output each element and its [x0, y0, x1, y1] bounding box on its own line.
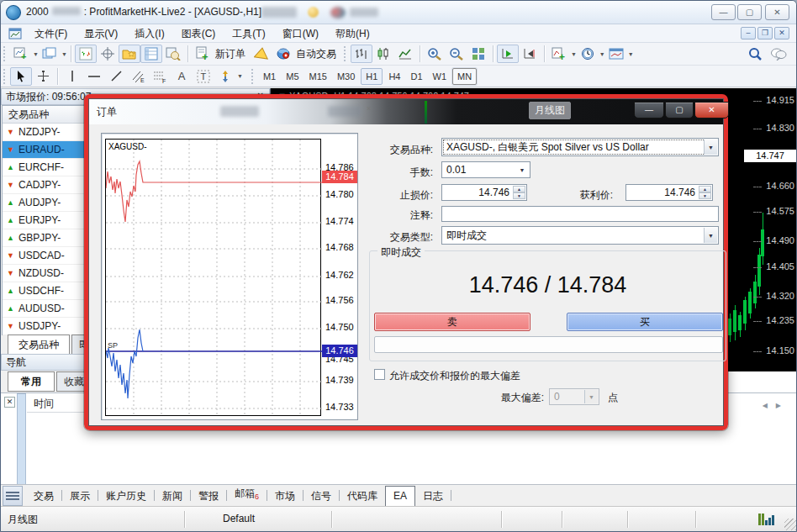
spin-up-icon[interactable]: ▲ [699, 186, 711, 192]
bar-chart-button[interactable] [351, 45, 372, 63]
timeframe-mn-button[interactable]: MN [452, 68, 477, 85]
sell-button[interactable]: 卖 [374, 313, 530, 331]
cursor-tool-button[interactable] [10, 67, 32, 86]
timeframe-m1-button[interactable]: M1 [259, 68, 280, 85]
fibonacci-tool-button[interactable]: F [149, 67, 171, 86]
symbol-combobox[interactable]: XAGUSD-, 白银美元 Spot Silver vs US Dollar▼ [441, 138, 719, 156]
maximize-button[interactable]: ▢ [737, 4, 762, 20]
line-chart-button[interactable] [394, 45, 416, 63]
new-chart-button[interactable]: + [10, 45, 32, 63]
arrows-dropdown[interactable]: ▼ [237, 73, 243, 79]
auto-trading-button[interactable]: 自动交易 [296, 47, 336, 61]
scroll-right-icon[interactable]: ▶ [776, 402, 781, 409]
profiles-dropdown[interactable]: ▼ [61, 51, 67, 57]
tab-code-base[interactable]: 代码库 [340, 486, 385, 506]
profiles-button[interactable] [39, 45, 61, 63]
volume-combobox[interactable]: 0.01▼ [441, 161, 530, 178]
menu-insert[interactable]: 插入(I) [126, 24, 172, 43]
periods-button[interactable] [577, 45, 599, 63]
child-close-button[interactable]: ✕ [774, 27, 789, 40]
toolbar-grip[interactable] [3, 46, 8, 61]
tab-symbols[interactable]: 交易品种 [8, 334, 70, 354]
menu-help[interactable]: 帮助(H) [327, 24, 378, 43]
indicators-dropdown[interactable]: ▼ [571, 51, 577, 57]
market-watch-toggle-button[interactable] [75, 45, 97, 63]
tab-common[interactable]: 常用 [8, 371, 55, 392]
data-window-button[interactable] [140, 45, 162, 63]
risk-warning-icon[interactable] [251, 45, 272, 63]
arrows-tool-button[interactable] [214, 67, 236, 86]
tab-signals[interactable]: 信号 [303, 486, 339, 506]
tab-journal[interactable]: 日志 [415, 486, 451, 506]
comment-input[interactable] [441, 206, 719, 222]
tab-market[interactable]: 市场 [267, 486, 303, 506]
tab-account-history[interactable]: 账户历史 [98, 486, 154, 506]
timeframe-m15-button[interactable]: M15 [305, 68, 331, 85]
resize-grip[interactable] [784, 519, 796, 530]
close-button[interactable]: ✕ [765, 4, 789, 20]
crosshair-navigator-button[interactable] [97, 45, 119, 63]
candlestick-chart-button[interactable] [372, 45, 394, 63]
text-label-tool-button[interactable]: T [193, 67, 214, 86]
terminal-vertical-tab-button[interactable] [3, 486, 23, 506]
dialog-minimize-button[interactable]: — [634, 102, 664, 119]
timeframe-h4-button[interactable]: H4 [384, 68, 404, 85]
strategy-tester-button[interactable] [162, 45, 184, 63]
menu-charts[interactable]: 图表(C) [173, 24, 224, 43]
terminal-tab-strip[interactable] [17, 393, 26, 485]
timeframe-m5-button[interactable]: M5 [282, 68, 303, 85]
max-deviation-checkbox[interactable] [374, 369, 385, 380]
menu-file[interactable]: 文件(F) [26, 24, 76, 43]
terminal-close-icon[interactable]: ✕ [4, 397, 15, 408]
child-restore-button[interactable]: ❐ [757, 27, 773, 40]
tab-exposure[interactable]: 展示 [62, 486, 98, 506]
chevron-down-icon[interactable]: ▼ [704, 140, 717, 155]
timeframe-h1-button[interactable]: H1 [361, 68, 383, 85]
templates-button[interactable] [605, 45, 627, 63]
new-order-button[interactable]: 新订单 [215, 47, 245, 61]
tile-windows-button[interactable] [467, 45, 489, 63]
tab-news[interactable]: 新闻 [155, 486, 190, 506]
crosshair-tool-button[interactable] [32, 67, 54, 86]
favorites-button[interactable] [119, 45, 140, 63]
periods-dropdown[interactable]: ▼ [599, 51, 605, 57]
tab-mailbox[interactable]: 邮箱6 [227, 483, 267, 507]
search-icon[interactable] [744, 45, 766, 63]
chevron-down-icon[interactable]: ▼ [704, 228, 717, 243]
auto-scroll-button[interactable] [497, 45, 519, 63]
minimize-button[interactable]: — [711, 4, 736, 20]
horizontal-line-tool-button[interactable] [83, 67, 105, 86]
timeframe-d1-button[interactable]: D1 [406, 68, 426, 85]
tab-alerts[interactable]: 警报 [191, 486, 226, 506]
status-profile[interactable]: Default [223, 513, 255, 524]
take-profit-spinner[interactable]: 14.746▲▼ [625, 184, 713, 201]
menu-window[interactable]: 窗口(W) [274, 24, 327, 43]
chat-icon[interactable] [768, 45, 789, 63]
spin-down-icon[interactable]: ▼ [699, 192, 711, 199]
indicators-button[interactable]: + [548, 45, 570, 63]
channel-tool-button[interactable]: E [127, 67, 149, 86]
chart-shift-button[interactable] [519, 45, 541, 63]
text-tool-button[interactable]: A [171, 67, 193, 86]
new-chart-dropdown[interactable]: ▼ [33, 51, 39, 57]
templates-dropdown[interactable]: ▼ [628, 51, 634, 57]
order-type-combobox[interactable]: 即时成交▼ [441, 226, 719, 245]
trendline-tool-button[interactable] [105, 67, 127, 86]
new-order-icon[interactable]: + [192, 45, 214, 63]
dialog-close-button[interactable]: ✕ [694, 102, 729, 119]
vertical-line-tool-button[interactable] [61, 67, 83, 86]
buy-button[interactable]: 买 [567, 313, 723, 331]
timeframe-m30-button[interactable]: M30 [333, 68, 359, 85]
auto-trading-icon[interactable] [272, 45, 294, 63]
zoom-in-button[interactable] [424, 45, 446, 63]
tab-trade[interactable]: 交易 [26, 486, 61, 506]
tab-ea[interactable]: EA [385, 486, 415, 507]
chevron-down-icon[interactable]: ▼ [515, 163, 529, 176]
dialog-title-bar[interactable]: 订单 × 月线图 — ▢ ✕ [89, 99, 723, 124]
timeframe-w1-button[interactable]: W1 [429, 68, 451, 85]
menu-view[interactable]: 显示(V) [76, 24, 126, 43]
zoom-out-button[interactable] [446, 45, 467, 63]
child-minimize-button[interactable]: – [741, 27, 756, 40]
scroll-left-icon[interactable]: ◀ [763, 402, 768, 409]
dialog-maximize-button[interactable]: ▢ [665, 102, 694, 119]
